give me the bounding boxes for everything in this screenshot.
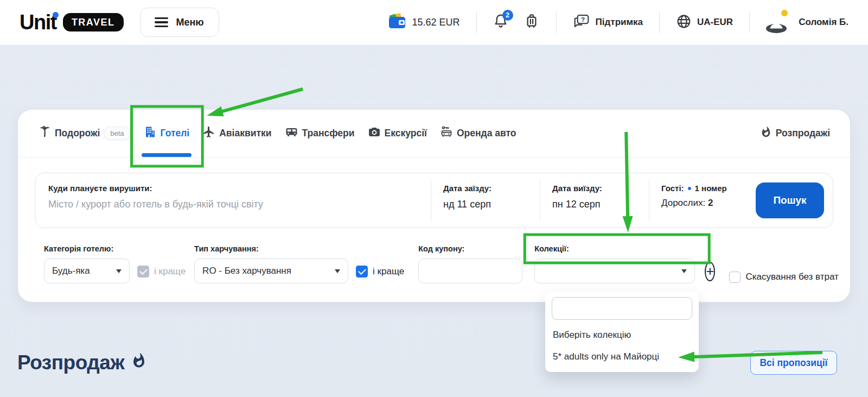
header-divider (476, 11, 477, 33)
service-tabs: Подорожі beta Готелі (18, 110, 850, 157)
destination-field[interactable]: Куди плануєте вирушити: (35, 173, 431, 228)
trips-button[interactable] (524, 12, 540, 32)
plane-icon (202, 125, 215, 141)
checkbox-checked-blue (356, 266, 368, 278)
notifications-count-badge: 2 (502, 10, 513, 21)
palm-icon (38, 125, 51, 141)
tab-trips[interactable]: Подорожі beta (38, 110, 131, 157)
collections-select[interactable] (534, 259, 695, 283)
status-dot (781, 10, 788, 16)
tab-sales[interactable]: Розпродажі (760, 110, 830, 157)
avatar (766, 11, 787, 34)
sales-title: Розпродаж (17, 351, 147, 374)
bus-icon (285, 125, 298, 141)
globe-icon (676, 14, 692, 31)
support-label: Підтримка (596, 17, 643, 28)
locale-label: UA-EUR (697, 17, 733, 28)
tab-transfers[interactable]: Трансфери (285, 110, 355, 157)
category-and-better-checkbox[interactable]: і краще (137, 259, 186, 284)
tab-car-rental-label: Оренда авто (457, 128, 516, 139)
all-offers-button[interactable]: Всі пропозиції (750, 351, 837, 375)
menu-button[interactable]: Меню (140, 8, 219, 37)
chevron-down-icon (681, 269, 687, 273)
dot-separator (688, 187, 691, 190)
checkout-value: пн 12 серп (552, 199, 637, 210)
brand-logo[interactable]: Unit TRAVEL (20, 12, 124, 33)
checkbox-checked-gray (137, 266, 149, 278)
chat-question-icon: ? (573, 13, 590, 31)
tab-excursions-label: Екскурсії (385, 128, 427, 139)
tab-excursions[interactable]: Екскурсії (368, 110, 427, 157)
flame-icon (131, 351, 147, 374)
tab-hotels[interactable]: Готелі (144, 110, 190, 157)
user-account-button[interactable]: Соломія Б. (766, 11, 848, 34)
bell-icon (493, 22, 508, 31)
booking-search-card: Подорожі beta Готелі (18, 110, 850, 302)
free-cancellation-checkbox[interactable]: Скасування без втрат (729, 264, 838, 289)
beta-badge: beta (104, 127, 130, 140)
coupon-input[interactable] (424, 259, 516, 283)
tab-flights-label: Авіаквитки (219, 128, 271, 139)
guests-rooms-value: 1 номер (695, 184, 727, 193)
car-key-icon (440, 125, 453, 141)
collection-option-0[interactable]: Виберіть колекцію (545, 324, 699, 346)
meal-value: RO - Без харчування (202, 266, 291, 276)
chevron-down-icon (335, 269, 340, 273)
meal-and-better-checkbox[interactable]: і краще (356, 259, 404, 284)
app-header: Unit TRAVEL Меню 15.62 EUR (0, 0, 868, 45)
flame-icon (760, 125, 772, 141)
tab-hotels-label: Готелі (161, 128, 190, 139)
coupon-label: Код купону: (418, 244, 522, 253)
destination-label: Куди плануєте вирушити: (48, 184, 418, 193)
tab-trips-label: Подорожі (55, 128, 100, 139)
sales-title-text: Розпродаж (17, 351, 124, 374)
wallet-icon (388, 13, 407, 31)
category-select[interactable]: Будь-яка (44, 259, 130, 283)
meal-better-label: і краще (373, 266, 404, 277)
checkbox-unchecked (729, 272, 741, 283)
checkin-value: нд 11 серп (443, 199, 528, 210)
filters-row: Категорія готелю: Будь-яка і краще Тип х… (44, 244, 828, 289)
menu-button-label: Меню (176, 17, 203, 28)
destination-input[interactable] (48, 199, 418, 210)
user-name: Соломія Б. (799, 17, 848, 28)
search-button[interactable]: Пошук (756, 182, 824, 218)
camera-icon (368, 125, 381, 141)
checkout-label: Дата виїзду: (552, 184, 637, 193)
category-better-label: і краще (154, 266, 186, 277)
svg-text:?: ? (580, 16, 584, 23)
brand-name: Unit (20, 12, 56, 33)
tab-transfers-label: Трансфери (302, 128, 355, 139)
header-divider (659, 11, 660, 33)
header-divider (749, 11, 750, 33)
header-divider (556, 11, 557, 33)
building-icon (144, 125, 157, 141)
collections-label: Колекції: (534, 244, 695, 253)
checkin-label: Дата заїзду: (443, 184, 528, 193)
hamburger-icon (155, 17, 168, 28)
adults-value: 2 (708, 198, 713, 208)
wallet-balance[interactable]: 15.62 EUR (388, 13, 460, 31)
annotation-arrow-hotels-tab (219, 89, 303, 112)
tab-car-rental[interactable]: Оренда авто (440, 110, 516, 157)
brand-badge: TRAVEL (63, 13, 124, 31)
add-collection-button[interactable] (705, 262, 715, 281)
meal-select[interactable]: RO - Без харчування (194, 259, 348, 283)
hotel-search-bar: Куди плануєте вирушити: Дата заїзду: нд … (35, 173, 833, 228)
adults-label: Дорослих: (661, 198, 705, 208)
free-cancellation-label: Скасування без втрат (745, 272, 838, 282)
tab-sales-label: Розпродажі (776, 128, 830, 139)
checkin-date-field[interactable]: Дата заїзду: нд 11 серп (431, 173, 540, 228)
chevron-down-icon (116, 269, 122, 273)
category-value: Будь-яка (52, 266, 90, 276)
guests-label: Гості: (661, 184, 684, 193)
luggage-icon (524, 22, 540, 31)
notifications-button[interactable]: 2 (493, 13, 508, 31)
category-label: Категорія готелю: (44, 244, 130, 253)
collections-search-input[interactable] (552, 297, 692, 320)
support-button[interactable]: ? Підтримка (573, 13, 643, 31)
meal-label: Тип харчування: (194, 244, 348, 253)
locale-currency-selector[interactable]: UA-EUR (676, 14, 733, 31)
checkout-date-field[interactable]: Дата виїзду: пн 12 серп (540, 173, 649, 228)
tab-flights[interactable]: Авіаквитки (202, 110, 271, 157)
